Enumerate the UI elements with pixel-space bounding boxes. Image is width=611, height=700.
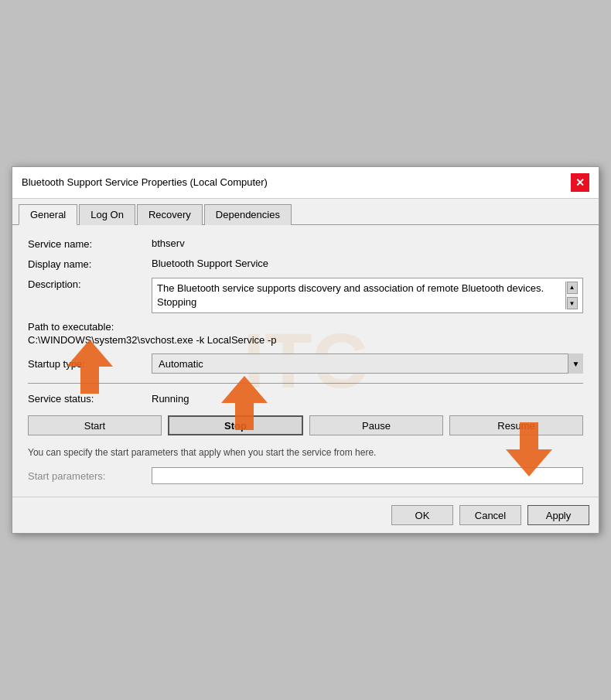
display-name-label: Display name: <box>28 258 152 270</box>
stop-button[interactable]: Stop <box>168 415 303 435</box>
info-text: You can specify the start parameters tha… <box>28 446 583 459</box>
start-params-input[interactable] <box>152 467 583 484</box>
scroll-down-arrow[interactable]: ▼ <box>567 297 578 309</box>
description-text: The Bluetooth service supports discovery… <box>157 282 565 309</box>
dialog-footer: OK Cancel Apply <box>12 497 599 533</box>
start-params-label: Start parameters: <box>28 470 152 482</box>
title-bar: Bluetooth Support Service Properties (Lo… <box>12 167 599 199</box>
start-params-row: Start parameters: <box>28 467 583 484</box>
service-name-label: Service name: <box>28 237 152 250</box>
path-label: Path to executable: <box>28 321 583 333</box>
display-name-value: Bluetooth Support Service <box>152 258 583 269</box>
service-control-buttons: Start Stop Pause Resume <box>28 415 583 435</box>
tab-general[interactable]: General <box>19 204 77 225</box>
pause-button[interactable]: Pause <box>309 415 443 435</box>
description-scrollbar[interactable]: ▲ ▼ <box>565 282 578 309</box>
properties-dialog: Bluetooth Support Service Properties (Lo… <box>12 166 599 534</box>
status-label: Service status: <box>28 393 152 405</box>
tab-recovery[interactable]: Recovery <box>137 204 203 225</box>
startup-label: Startup type: <box>28 358 152 370</box>
dialog-title: Bluetooth Support Service Properties (Lo… <box>22 176 268 188</box>
startup-select-wrapper[interactable]: Automatic Automatic (Delayed Start) Manu… <box>152 353 583 374</box>
service-name-value: bthserv <box>152 237 583 249</box>
service-name-row: Service name: bthserv <box>28 237 583 250</box>
tab-bar: General Log On Recovery Dependencies <box>12 199 599 225</box>
tab-logon[interactable]: Log On <box>79 204 135 225</box>
apply-button[interactable]: Apply <box>527 505 589 525</box>
scroll-up-arrow[interactable]: ▲ <box>567 282 578 294</box>
display-name-row: Display name: Bluetooth Support Service <box>28 258 583 270</box>
close-button[interactable]: ✕ <box>571 173 589 192</box>
tab-dependencies[interactable]: Dependencies <box>204 204 292 225</box>
status-row: Service status: Running <box>28 393 583 405</box>
start-button[interactable]: Start <box>28 415 162 435</box>
path-section: Path to executable: C:\WINDOWS\system32\… <box>28 321 583 346</box>
resume-button[interactable]: Resume <box>449 415 583 435</box>
description-row: Description: The Bluetooth service suppo… <box>28 278 583 313</box>
description-box[interactable]: The Bluetooth service supports discovery… <box>152 278 583 313</box>
section-divider <box>28 383 583 384</box>
startup-type-row: Startup type: Automatic Automatic (Delay… <box>28 353 583 374</box>
path-value: C:\WINDOWS\system32\svchost.exe -k Local… <box>28 334 583 346</box>
description-label: Description: <box>28 278 152 290</box>
tab-content: ITC Service name: bthserv Display name: … <box>12 225 599 497</box>
ok-button[interactable]: OK <box>391 505 453 525</box>
status-value: Running <box>152 393 189 405</box>
startup-type-select[interactable]: Automatic Automatic (Delayed Start) Manu… <box>152 353 583 374</box>
cancel-button[interactable]: Cancel <box>459 505 521 525</box>
